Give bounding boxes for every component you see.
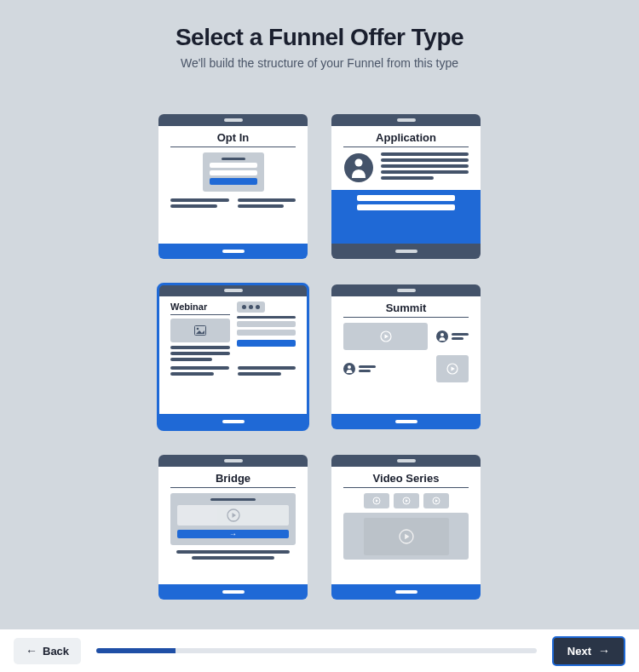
tablet-frame-bottom-icon [331, 244, 481, 259]
tablet-frame-bottom-icon [331, 584, 481, 600]
tablet-frame-top-icon [158, 455, 308, 467]
card-label: Opt In [170, 131, 296, 144]
card-webinar[interactable]: Webinar [158, 284, 308, 429]
back-button[interactable]: ← Back [14, 638, 81, 664]
arrow-left-icon: ← [26, 645, 37, 657]
page-subtitle: We'll build the structure of your Funnel… [0, 56, 639, 70]
progress-bar [96, 648, 537, 653]
form-footer-mock-icon [331, 190, 481, 244]
card-label: Video Series [343, 472, 469, 485]
tablet-frame-top-icon [331, 114, 481, 126]
tablet-frame-bottom-icon [331, 414, 481, 429]
tablet-frame-top-icon [331, 455, 481, 467]
page-header: Select a Funnel Offer Type We'll build t… [0, 0, 639, 70]
back-button-label: Back [43, 645, 69, 658]
video-thumbs-row-icon [343, 493, 469, 508]
video-thumb-icon [343, 323, 428, 350]
form-mock-icon [203, 152, 264, 192]
tablet-frame-top-icon [158, 114, 308, 126]
card-label: Application [343, 131, 469, 144]
image-placeholder-icon [170, 319, 230, 342]
card-opt-in[interactable]: Opt In [158, 114, 308, 259]
arrow-button-icon: → [177, 530, 289, 538]
svg-point-1 [355, 159, 363, 167]
speaker-item-icon [343, 355, 428, 382]
next-button[interactable]: Next → [552, 636, 625, 666]
card-label: Webinar [170, 302, 230, 312]
card-summit[interactable]: Summit [331, 284, 481, 429]
dots-icon [237, 302, 265, 313]
progress-fill [96, 648, 176, 653]
card-label: Summit [343, 302, 469, 314]
svg-point-6 [440, 333, 444, 336]
tablet-frame-bottom-icon [158, 414, 308, 429]
tablet-frame-bottom-icon [158, 584, 308, 600]
svg-point-8 [348, 365, 351, 369]
video-main-icon [343, 513, 469, 560]
tablet-frame-top-icon [158, 284, 308, 296]
svg-point-3 [196, 328, 199, 330]
page-title: Select a Funnel Offer Type [0, 24, 639, 51]
card-bridge[interactable]: Bridge → [158, 455, 308, 600]
tablet-frame-top-icon [331, 284, 481, 296]
next-button-label: Next [567, 645, 591, 658]
video-block-icon: → [170, 493, 296, 545]
funnel-type-grid: Opt In Application [0, 114, 639, 600]
card-video-series[interactable]: Video Series [331, 455, 481, 600]
speaker-item-icon [436, 323, 469, 350]
wizard-footer: ← Back Next → [0, 629, 639, 672]
tablet-frame-bottom-icon [158, 244, 308, 259]
card-application[interactable]: Application [331, 114, 481, 259]
card-label: Bridge [170, 472, 296, 485]
person-icon [343, 152, 374, 183]
arrow-right-icon: → [598, 645, 610, 657]
video-thumb-icon [436, 355, 469, 382]
